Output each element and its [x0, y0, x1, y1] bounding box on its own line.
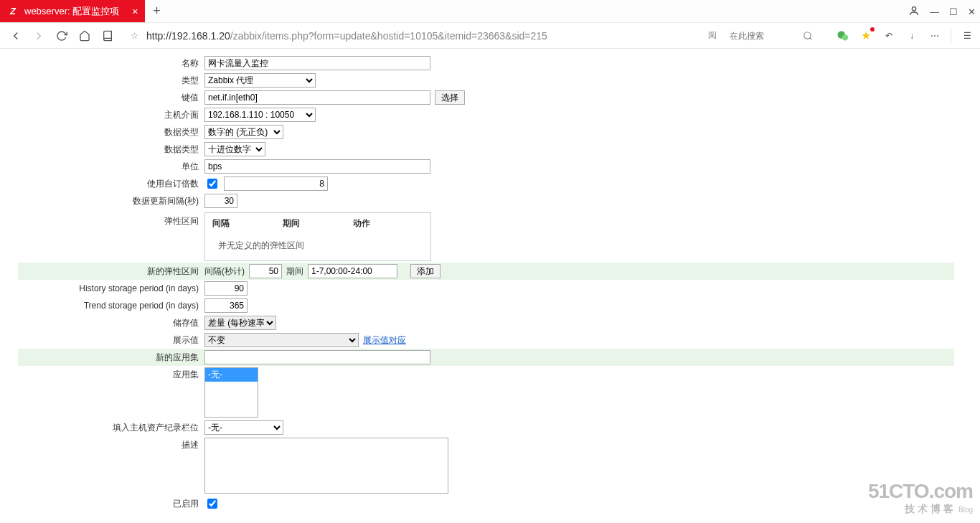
svg-point-0	[912, 6, 915, 10]
nav-back-button[interactable]	[6, 26, 26, 46]
hamburger-menu-icon[interactable]: ☰	[960, 29, 974, 43]
bookmark-star-icon[interactable]: ☆	[125, 31, 143, 41]
browser-tab-bar: Z webserver: 配置监控项 × + — ☐ ✕	[0, 0, 980, 23]
toolbar-right-icons: ★ ↶ ↓ ⋯ ☰	[836, 29, 974, 43]
tab-title: webserver: 配置监控项	[24, 5, 119, 18]
nav-reload-button[interactable]	[52, 26, 72, 46]
more-menu-icon[interactable]: ⋯	[928, 29, 942, 43]
url-zone: ☆ http://192.168.1.20/zabbix/items.php?f…	[125, 27, 695, 45]
window-minimize-icon[interactable]: —	[930, 6, 939, 17]
download-icon[interactable]: ↓	[905, 29, 919, 43]
nav-home-button[interactable]	[75, 26, 95, 46]
search-box[interactable]	[725, 27, 833, 44]
svg-line-2	[810, 37, 812, 39]
divider	[951, 29, 951, 43]
svg-point-1	[804, 32, 811, 38]
reader-mode-icon[interactable]: 阅	[702, 29, 722, 42]
search-input[interactable]	[728, 30, 800, 42]
undo-icon[interactable]: ↶	[882, 29, 896, 43]
url-input[interactable]: http://192.168.1.20/zabbix/items.php?for…	[143, 30, 695, 42]
search-icon	[803, 31, 813, 41]
browser-address-bar: ☆ http://192.168.1.20/zabbix/items.php?f…	[0, 23, 980, 49]
url-path: /zabbix/items.php	[230, 30, 308, 42]
wechat-icon[interactable]	[836, 29, 850, 43]
url-query: ?form=update&hostid=10105&itemid=23663&s…	[308, 30, 547, 42]
new-tab-button[interactable]: +	[145, 0, 168, 22]
window-maximize-icon[interactable]: ☐	[949, 6, 958, 17]
svg-point-4	[842, 34, 848, 40]
nav-library-icon[interactable]	[98, 26, 118, 46]
window-close-icon[interactable]: ✕	[968, 6, 976, 17]
favorites-icon[interactable]: ★	[859, 29, 873, 43]
nav-forward-button[interactable]	[29, 26, 49, 46]
tab-favicon: Z	[7, 6, 19, 17]
browser-tab-active[interactable]: Z webserver: 配置监控项 ×	[0, 0, 145, 22]
user-menu-icon[interactable]	[908, 5, 920, 19]
tab-close-icon[interactable]: ×	[132, 6, 138, 17]
url-base: http://192.168.1.20	[146, 30, 230, 42]
window-controls: — ☐ ✕	[908, 0, 976, 23]
